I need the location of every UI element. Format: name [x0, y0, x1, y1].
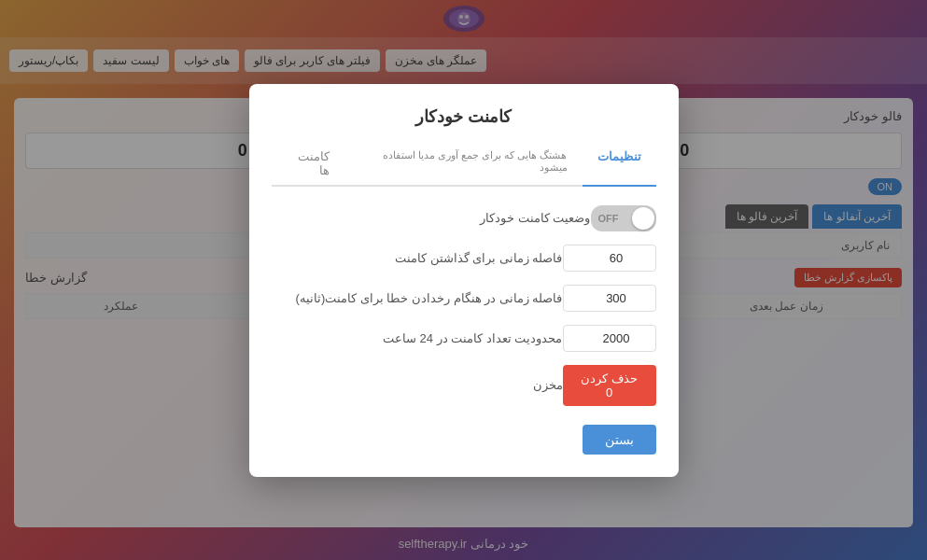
tab-settings[interactable]: تنظیمات	[583, 142, 656, 187]
close-btn[interactable]: بستن	[583, 425, 656, 455]
error-interval-label: فاصله زمانی در هنگام رخدادن خطا برای کام…	[272, 291, 563, 305]
storage-label: مخزن	[272, 378, 563, 392]
field-daily-limit: محدودیت تعداد کامنت در 24 ساعت	[272, 325, 656, 352]
tab-hashtags[interactable]: هشتگ هایی که برای جمع آوری مدیا استفاده …	[344, 142, 582, 187]
status-label: وضعیت کامنت خودکار	[272, 211, 591, 225]
daily-limit-label: محدودیت تعداد کامنت در 24 ساعت	[272, 331, 563, 345]
modal-title: کامنت خودکار	[272, 106, 656, 127]
field-comment-interval: فاصله زمانی برای گذاشتن کامنت	[272, 245, 656, 272]
comment-interval-input[interactable]	[563, 245, 656, 272]
toggle-knob	[632, 207, 654, 230]
field-error-interval: فاصله زمانی در هنگام رخدادن خطا برای کام…	[272, 285, 656, 312]
error-interval-input[interactable]	[563, 285, 656, 312]
field-storage: حذف کردن 0 مخزن	[272, 365, 656, 406]
tab-comments[interactable]: کامنت ها	[272, 142, 345, 187]
modal-tabs: تنظیمات هشتگ هایی که برای جمع آوری مدیا …	[272, 142, 656, 187]
comment-interval-label: فاصله زمانی برای گذاشتن کامنت	[272, 251, 563, 265]
delete-storage-btn[interactable]: حذف کردن 0	[563, 365, 656, 406]
modal-overlay: کامنت خودکار تنظیمات هشتگ هایی که برای ج…	[0, 0, 927, 560]
status-toggle[interactable]: OFF	[591, 205, 656, 231]
toggle-text: OFF	[598, 213, 619, 224]
daily-limit-input[interactable]	[563, 325, 656, 352]
modal-footer: بستن	[272, 425, 656, 455]
field-status: OFF وضعیت کامنت خودکار	[272, 205, 656, 231]
modal-dialog: کامنت خودکار تنظیمات هشتگ هایی که برای ج…	[249, 84, 679, 477]
